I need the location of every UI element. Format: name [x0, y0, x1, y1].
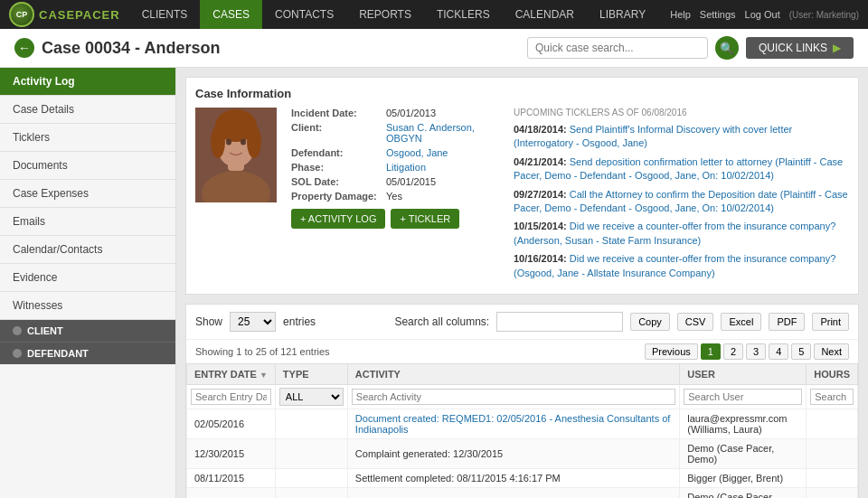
cell-date: 08/11/2015 — [187, 468, 276, 487]
col-header-type: TYPE — [275, 363, 347, 384]
cell-activity: Settlement completed: 06/30/2015 3:49:37… — [347, 487, 679, 498]
show-label: Show — [195, 315, 222, 328]
table-row: 02/05/2016 Document created: REQMED1: 02… — [187, 409, 858, 438]
field-property-damage: Property Damage: Yes — [291, 191, 499, 202]
field-sol: SOL Date: 05/01/2015 — [291, 176, 499, 187]
filter-date-input[interactable] — [191, 389, 271, 405]
nav-item-reports[interactable]: REPORTS — [346, 0, 424, 29]
field-label-incident: Incident Date: — [291, 108, 386, 118]
sidebar-item-case-expenses[interactable]: Case Expenses — [0, 180, 175, 208]
pdf-button[interactable]: PDF — [769, 313, 805, 331]
tickler-date-2: 04/21/2014: — [514, 156, 567, 167]
tickler-item-4: 10/15/2014: Did we receive a counter-off… — [514, 220, 849, 248]
page-previous-button[interactable]: Previous — [645, 343, 698, 360]
logout-link[interactable]: Log Out — [745, 9, 780, 20]
back-button[interactable]: ← — [14, 38, 34, 58]
col-header-date[interactable]: ENTRY DATE ▼ — [187, 363, 276, 384]
print-button[interactable]: Print — [812, 313, 849, 331]
page-2-button[interactable]: 2 — [723, 343, 743, 360]
filter-hours-input[interactable] — [810, 389, 854, 405]
nav-item-library[interactable]: LIBRARY — [587, 0, 658, 29]
case-search-area: 🔍 QUICK LINKS ▶ — [527, 36, 854, 60]
nav-item-cases[interactable]: CASES — [200, 0, 262, 29]
logo: CP CASEPACER — [0, 2, 129, 27]
activity-link[interactable]: Document created: REQMED1: 02/05/2016 - … — [355, 413, 671, 435]
activity-log-section: Show 2550100 entries Search all columns:… — [185, 304, 859, 498]
sidebar-item-case-details[interactable]: Case Details — [0, 96, 175, 124]
svg-point-6 — [247, 126, 261, 158]
csv-button[interactable]: CSV — [677, 313, 714, 331]
field-label-sol: SOL Date: — [291, 176, 386, 187]
svg-point-7 — [226, 139, 231, 146]
case-action-buttons: + ACTIVITY LOG + TICKLER — [291, 209, 499, 229]
sidebar-item-ticklers[interactable]: Ticklers — [0, 124, 175, 152]
field-label-phase: Phase: — [291, 162, 386, 173]
logo-icon: CP — [9, 2, 34, 27]
cell-hours — [807, 438, 858, 468]
cell-hours — [807, 468, 858, 487]
settings-link[interactable]: Settings — [700, 9, 736, 20]
excel-button[interactable]: Excel — [721, 313, 761, 331]
case-fields: Incident Date: 05/01/2013 Client: Susan … — [291, 108, 499, 285]
sidebar-item-emails[interactable]: Emails — [0, 208, 175, 236]
sidebar-section-defendant[interactable]: DEFENDANT — [0, 342, 175, 364]
page-3-button[interactable]: 3 — [746, 343, 766, 360]
defendant-circle-icon — [13, 349, 22, 358]
sidebar-item-documents[interactable]: Documents — [0, 152, 175, 180]
top-nav: CP CASEPACER CLIENTS CASES CONTACTS REPO… — [0, 0, 868, 29]
sidebar-section-client[interactable]: CLIENT — [0, 320, 175, 342]
filter-user-input[interactable] — [684, 389, 802, 405]
cell-type — [275, 438, 347, 468]
case-info-box: Case Information — [185, 77, 859, 295]
case-info-body: Incident Date: 05/01/2013 Client: Susan … — [195, 108, 849, 285]
sort-icon-date: ▼ — [259, 371, 268, 380]
nav-item-clients[interactable]: CLIENTS — [129, 0, 201, 29]
page-5-button[interactable]: 5 — [791, 343, 811, 360]
field-value-defendant[interactable]: Osgood, Jane — [386, 147, 448, 158]
entries-label: entries — [283, 315, 316, 328]
page-1-button[interactable]: 1 — [701, 343, 721, 360]
back-button-wrapper: ← — [14, 38, 34, 58]
tickler-item-3: 09/27/2014: Call the Attorney to confirm… — [514, 188, 849, 216]
quick-links-button[interactable]: QUICK LINKS ▶ — [746, 37, 854, 59]
main-area: Activity Log Case Details Ticklers Docum… — [0, 68, 868, 498]
sidebar-item-evidence[interactable]: Evidence — [0, 264, 175, 292]
client-circle-icon — [13, 326, 22, 335]
copy-button[interactable]: Copy — [630, 313, 670, 331]
sidebar-item-calendar-contacts[interactable]: Calendar/Contacts — [0, 236, 175, 264]
filter-type-select[interactable]: ALL — [279, 388, 344, 406]
quick-links-label: QUICK LINKS — [759, 42, 827, 54]
help-link[interactable]: Help — [670, 9, 691, 20]
defendant-section-label: DEFENDANT — [27, 348, 89, 359]
tickler-item-1: 04/18/2014: Send Plaintiff's Informal Di… — [514, 123, 849, 151]
cell-activity: Complaint generated: 12/30/2015 — [347, 438, 679, 468]
field-value-phase[interactable]: Litigation — [386, 162, 426, 173]
add-tickler-button[interactable]: + TICKLER — [391, 209, 459, 229]
nav-item-contacts[interactable]: CONTACTS — [262, 0, 346, 29]
cell-date: 12/30/2015 — [187, 438, 276, 468]
nav-item-ticklers[interactable]: TICKLERS — [424, 0, 503, 29]
sidebar-item-witnesses[interactable]: Witnesses — [0, 292, 175, 320]
client-section-label: CLIENT — [27, 325, 63, 336]
tickler-date-1: 04/18/2014: — [514, 124, 567, 135]
case-photo — [195, 108, 277, 202]
filter-activity-input[interactable] — [352, 389, 675, 405]
page-next-button[interactable]: Next — [814, 343, 849, 360]
page-4-button[interactable]: 4 — [769, 343, 788, 360]
cell-date: 02/05/2016 — [187, 409, 276, 438]
table-row: 12/30/2015 Complaint generated: 12/30/20… — [187, 438, 858, 468]
nav-item-calendar[interactable]: CALENDAR — [503, 0, 587, 29]
cell-activity: Document created: REQMED1: 02/05/2016 - … — [347, 409, 679, 438]
avatar — [195, 108, 277, 202]
search-all-input[interactable] — [496, 312, 623, 332]
field-value-client[interactable]: Susan C. Anderson, OBGYN — [386, 122, 499, 144]
showing-info: Showing 1 to 25 of 121 entries — [195, 346, 330, 357]
nav-right: Help Settings Log Out (User: Marketing) — [670, 9, 868, 20]
add-activity-log-button[interactable]: + ACTIVITY LOG — [291, 209, 385, 229]
sidebar-item-activity-log[interactable]: Activity Log — [0, 68, 175, 96]
entries-select[interactable]: 2550100 — [230, 312, 276, 332]
case-search-input[interactable] — [527, 37, 708, 59]
table-toolbar: Show 2550100 entries Search all columns:… — [186, 305, 858, 340]
field-client: Client: Susan C. Anderson, OBGYN — [291, 122, 499, 144]
search-submit-button[interactable]: 🔍 — [715, 36, 739, 60]
